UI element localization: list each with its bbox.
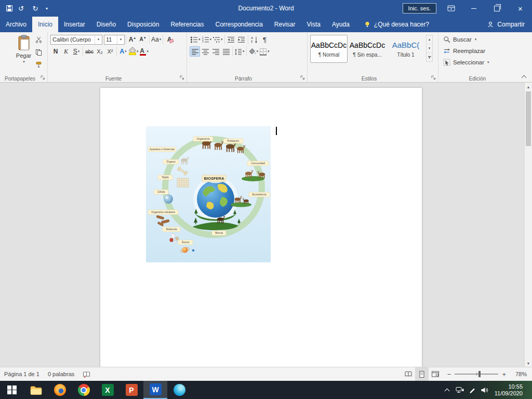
subscript-button[interactable]: X₂	[95, 46, 105, 57]
align-left-button[interactable]	[190, 46, 200, 57]
zoom-slider[interactable]	[455, 374, 498, 375]
bold-button[interactable]: N	[50, 46, 61, 57]
tray-network[interactable]	[454, 381, 466, 399]
tab-archivo[interactable]: Archivo	[0, 17, 32, 32]
taskbar-file-explorer[interactable]	[24, 381, 48, 399]
customize-qat-button[interactable]: ▾	[42, 2, 51, 16]
document-page[interactable]: Organismo Población Aparatos o Sistemas …	[100, 88, 422, 367]
cut-button[interactable]	[33, 34, 44, 45]
font-name-combo[interactable]: Calibri (Cuerpo ▾	[50, 35, 102, 45]
taskbar-powerpoint[interactable]: P	[119, 381, 143, 399]
vertical-scrollbar[interactable]: ▲ ▼	[524, 83, 532, 367]
minimize-button[interactable]	[462, 0, 485, 17]
tab-referencias[interactable]: Referencias	[165, 17, 209, 32]
bullets-button[interactable]: ▾	[190, 34, 201, 45]
share-button[interactable]: Compartir	[480, 17, 532, 32]
styles-gallery-up-button[interactable]: ▲	[427, 35, 432, 44]
replace-button[interactable]: Reemplazar	[440, 45, 515, 56]
font-color-button[interactable]: A ▾	[139, 46, 150, 57]
read-mode-button[interactable]	[402, 367, 415, 381]
restore-button[interactable]	[485, 0, 509, 17]
tab-vista[interactable]: Vista	[301, 17, 326, 32]
page-indicator[interactable]: Página 1 de 1	[0, 367, 44, 381]
word-count[interactable]: 0 palabras	[44, 367, 78, 381]
text-highlight-button[interactable]: ▾	[128, 46, 139, 57]
group-portapapeles: Pegar ▾ Portapapeles	[0, 32, 48, 82]
styles-gallery-more-button[interactable]: ▼	[427, 53, 432, 61]
tab-correspondencia[interactable]: Correspondencia	[209, 17, 268, 32]
taskbar-firefox[interactable]	[48, 381, 72, 399]
style-sin-espaciado[interactable]: AaBbCcDc ¶ Sin espa...	[349, 35, 386, 63]
zoom-slider-thumb[interactable]	[478, 371, 481, 377]
grow-font-button[interactable]: A▲	[127, 34, 138, 45]
web-layout-button[interactable]	[429, 367, 442, 381]
clear-formatting-button[interactable]: A	[164, 34, 175, 45]
zoom-out-button[interactable]: −	[447, 370, 451, 378]
line-spacing-button[interactable]: ▾	[234, 46, 245, 57]
styles-dialog-launcher[interactable]	[431, 75, 436, 81]
superscript-button[interactable]: X²	[105, 46, 115, 57]
taskbar-chrome[interactable]	[72, 381, 96, 399]
font-dialog-launcher[interactable]	[180, 75, 185, 81]
collapse-ribbon-button[interactable]	[518, 74, 529, 80]
font-size-combo[interactable]: 11 ▾	[104, 35, 125, 45]
tab-ayuda[interactable]: Ayuda	[326, 17, 355, 32]
titlebar: ↺▾ ↻ ▾ Documento2 - Word Inic. ses. ×	[0, 0, 532, 17]
scrollbar-thumb[interactable]	[526, 91, 531, 146]
zoom-percentage[interactable]: 78%	[511, 371, 532, 377]
align-center-button[interactable]	[200, 46, 210, 57]
close-button[interactable]: ×	[509, 0, 532, 17]
align-right-button[interactable]	[210, 46, 221, 57]
tab-disposicion[interactable]: Disposición	[122, 17, 165, 32]
zoom-in-button[interactable]: +	[502, 370, 506, 378]
tab-revisar[interactable]: Revisar	[269, 17, 301, 32]
increase-indent-button[interactable]	[236, 34, 247, 45]
start-button[interactable]	[0, 381, 24, 399]
numbering-button[interactable]: 123 ▾	[201, 34, 212, 45]
underline-button[interactable]: S▾	[71, 46, 82, 57]
ribbon-display-options-button[interactable]	[443, 2, 459, 15]
taskbar-word[interactable]: W	[143, 381, 167, 399]
select-button[interactable]: Seleccionar ▾	[440, 57, 515, 68]
proofing-status-button[interactable]	[78, 367, 95, 381]
strikethrough-button[interactable]: abc	[84, 46, 95, 57]
tab-insertar[interactable]: Insertar	[58, 17, 91, 32]
style-normal[interactable]: AaBbCcDc ¶ Normal	[310, 35, 348, 63]
tab-inicio[interactable]: Inicio	[32, 17, 58, 32]
multilevel-list-button[interactable]: ▾	[212, 34, 223, 45]
style-titulo-1[interactable]: AaBbC( Título 1	[387, 35, 424, 63]
pen-icon	[469, 387, 476, 394]
borders-button[interactable]: ▾	[259, 46, 270, 57]
sign-in-button[interactable]: Inic. ses.	[403, 4, 436, 13]
save-button[interactable]	[3, 2, 16, 15]
paragraph-dialog-launcher[interactable]	[300, 75, 305, 81]
tab-diseno[interactable]: Diseño	[91, 17, 122, 32]
change-case-button[interactable]: Aa▾	[151, 34, 162, 45]
italic-button[interactable]: K	[61, 46, 71, 57]
scroll-up-button[interactable]: ▲	[525, 83, 532, 90]
text-effects-button[interactable]: A▾	[118, 46, 128, 57]
shrink-font-button[interactable]: A▼	[138, 34, 148, 45]
justify-button[interactable]	[221, 46, 231, 57]
scroll-down-button[interactable]: ▼	[525, 360, 532, 367]
tray-pen[interactable]	[467, 381, 478, 399]
show-paragraph-marks-button[interactable]: ¶	[260, 34, 270, 45]
clipboard-dialog-launcher[interactable]	[41, 75, 46, 81]
tray-volume[interactable]	[479, 381, 490, 399]
taskbar-edge[interactable]	[167, 381, 191, 399]
taskbar-excel[interactable]: X	[96, 381, 119, 399]
tray-show-hidden-icons[interactable]	[442, 381, 453, 399]
print-layout-button[interactable]	[415, 367, 429, 381]
redo-button[interactable]: ↻	[29, 2, 42, 15]
shading-button[interactable]: ▾	[248, 46, 259, 57]
inline-image-biosfera-diagram[interactable]: Organismo Población Aparatos o Sistemas …	[146, 126, 271, 262]
format-painter-button[interactable]	[33, 59, 44, 70]
tell-me-box[interactable]: ¿Qué desea hacer?	[358, 17, 434, 32]
sort-button[interactable]: AZ	[249, 34, 260, 45]
styles-gallery-down-button[interactable]: ▼	[427, 44, 432, 53]
decrease-indent-button[interactable]	[226, 34, 236, 45]
copy-button[interactable]	[33, 47, 44, 57]
find-button[interactable]: Buscar ▾	[440, 34, 515, 45]
undo-button[interactable]: ↺▾	[16, 2, 29, 15]
taskbar-clock[interactable]: 10:55 11/09/2020	[491, 383, 528, 397]
